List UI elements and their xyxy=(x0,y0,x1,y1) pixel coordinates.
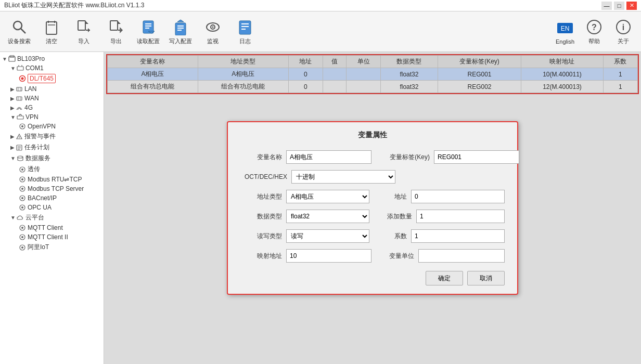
maximize-button[interactable]: □ xyxy=(614,2,624,10)
data-service-label: 数据服务 xyxy=(25,154,50,163)
map-addr-label: 映射地址 xyxy=(240,252,282,261)
cloud-label: 云平台 xyxy=(25,213,44,222)
oct-dec-hex-select[interactable]: 十进制 八进制 十六进制 xyxy=(291,170,395,184)
bl103pro-expand-icon[interactable]: ▼ xyxy=(2,56,7,62)
map-addr-input[interactable] xyxy=(286,249,371,263)
svg-marker-24 xyxy=(177,20,184,22)
lan-label: LAN xyxy=(24,85,36,93)
sidebar-item-4g[interactable]: ▶ 4G xyxy=(0,103,104,112)
import-icon xyxy=(74,18,93,36)
openvpn-icon xyxy=(19,123,26,130)
svg-point-60 xyxy=(18,156,23,158)
svg-rect-10 xyxy=(110,21,118,30)
help-icon: ? xyxy=(585,18,604,36)
addr-type-select[interactable]: A相电压 xyxy=(286,190,369,203)
sidebar-item-vpn[interactable]: ▼ VPN xyxy=(0,112,104,122)
vpn-expand-icon[interactable]: ▼ xyxy=(10,114,16,120)
sidebar-item-mqtt-client[interactable]: MQTT Client xyxy=(0,223,104,232)
toolbar-english[interactable]: EN English xyxy=(552,14,579,49)
sidebar-item-task[interactable]: ▶ 任务计划 xyxy=(0,142,104,153)
sidebar-item-wan[interactable]: ▶ WAN xyxy=(0,94,104,103)
toolbar-right: EN English ? 帮助 i 关于 xyxy=(552,14,637,49)
4g-icon xyxy=(16,104,23,111)
svg-point-76 xyxy=(21,246,23,249)
var-key-label: 变量标签(Key) xyxy=(378,153,430,162)
sidebar-item-opc-ua[interactable]: OPC UA xyxy=(0,203,104,212)
addr-input[interactable] xyxy=(411,190,505,203)
sidebar-item-com1[interactable]: ▼ COM1 xyxy=(0,63,104,73)
toolbar-log[interactable]: 日志 xyxy=(230,14,260,49)
sidebar-item-modbus-tcp-server[interactable]: Modbus TCP Server xyxy=(0,184,104,193)
clear-icon xyxy=(42,18,61,36)
sidebar-item-lan[interactable]: ▶ LAN xyxy=(0,84,104,94)
toolbar-read-config[interactable]: 读取配置 xyxy=(133,14,163,49)
cloud-expand-icon[interactable]: ▼ xyxy=(10,215,16,220)
english-icon: EN xyxy=(556,19,574,37)
svg-point-53 xyxy=(21,125,23,127)
dialog-col-add-count: 添加数量 xyxy=(376,210,505,223)
svg-point-74 xyxy=(21,236,23,238)
toolbar-monitor[interactable]: 监视 xyxy=(198,14,228,49)
var-name-input[interactable] xyxy=(286,150,371,164)
svg-point-70 xyxy=(21,206,23,209)
sidebar-item-transparent[interactable]: 透传 xyxy=(0,164,104,175)
wan-icon xyxy=(16,95,23,102)
toolbar-write-config[interactable]: 写入配置 xyxy=(165,14,196,49)
rw-type-label: 读写类型 xyxy=(240,232,282,241)
task-expand-icon[interactable]: ▶ xyxy=(10,145,15,150)
dialog-col-addr: 地址 xyxy=(376,190,505,203)
svg-rect-6 xyxy=(78,21,85,30)
write-config-icon xyxy=(171,18,190,36)
coef-input[interactable] xyxy=(411,229,505,243)
bacnet-ip-label: BACnet/IP xyxy=(28,194,57,202)
toolbar-import[interactable]: 导入 xyxy=(69,14,99,49)
wan-expand-icon[interactable]: ▶ xyxy=(10,96,15,101)
cancel-button[interactable]: 取消 xyxy=(467,271,505,285)
sidebar-item-aliyun-iot[interactable]: 阿里IoT xyxy=(0,242,104,253)
4g-label: 4G xyxy=(24,104,33,111)
sidebar-item-data-service[interactable]: ▼ 数据服务 xyxy=(0,153,104,164)
toolbar-clear[interactable]: 清空 xyxy=(36,14,67,49)
write-config-label: 写入配置 xyxy=(169,37,192,45)
dialog-overlay: 变量属性 变量名称 变量标签(Key) OCT/DEC/HEX xyxy=(104,52,641,364)
toolbar-help[interactable]: ? 帮助 xyxy=(581,14,608,49)
rw-type-select[interactable]: 读写 只读 只写 xyxy=(286,229,369,243)
aliyun-iot-label: 阿里IoT xyxy=(28,243,49,252)
data-service-expand-icon[interactable]: ▼ xyxy=(10,155,16,161)
add-count-input[interactable] xyxy=(416,210,505,223)
var-key-input[interactable] xyxy=(434,150,519,164)
svg-point-72 xyxy=(21,227,23,229)
sidebar-item-mqtt-client-ii[interactable]: MQTT Client II xyxy=(0,232,104,242)
toolbar-device-search[interactable]: 设备搜索 xyxy=(4,14,34,49)
dialog-col-rw-type: 读写类型 读写 只读 只写 xyxy=(240,229,369,243)
svg-rect-20 xyxy=(175,23,186,35)
close-button[interactable]: ✕ xyxy=(626,2,637,10)
var-unit-input[interactable] xyxy=(418,249,505,263)
sidebar-item-alert[interactable]: ▶ 报警与事件 xyxy=(0,131,104,142)
content-area: 变量名称 地址类型 地址 值 单位 数据类型 变量标签(Key) 映射地址 系数… xyxy=(104,52,641,364)
sidebar-item-dl-t645[interactable]: DL/T645 xyxy=(0,73,104,84)
mqtt-client-ii-label: MQTT Client II xyxy=(28,233,68,241)
help-label: 帮助 xyxy=(588,37,600,45)
sidebar-item-cloud[interactable]: ▼ 云平台 xyxy=(0,212,104,223)
data-type-select[interactable]: float32 int16 uint16 int32 uint32 xyxy=(286,210,369,223)
sidebar-item-bl103pro[interactable]: ▼ BL103Pro xyxy=(0,54,104,63)
sidebar: ▼ BL103Pro ▼ COM1 DL/T645 ▶ LAN ▶ WAN xyxy=(0,52,104,364)
sidebar-item-modbus-rtu-tcp[interactable]: Modbus RTU⇌TCP xyxy=(0,175,104,184)
svg-marker-9 xyxy=(88,28,90,32)
4g-expand-icon[interactable]: ▶ xyxy=(10,105,15,111)
sidebar-item-bacnet-ip[interactable]: BACnet/IP xyxy=(0,193,104,203)
com1-expand-icon[interactable]: ▼ xyxy=(10,66,16,71)
confirm-button[interactable]: 确定 xyxy=(426,271,463,285)
dialog-row-4: 数据类型 float32 int16 uint16 int32 uint32 添… xyxy=(240,210,505,223)
sidebar-item-openvpn[interactable]: OpenVPN xyxy=(0,122,104,131)
toolbar-about[interactable]: i 关于 xyxy=(610,14,637,49)
toolbar-export[interactable]: 导出 xyxy=(101,14,131,49)
lan-expand-icon[interactable]: ▶ xyxy=(10,86,15,92)
modbus-tcp-server-icon xyxy=(19,185,26,192)
minimize-button[interactable]: — xyxy=(601,2,612,10)
import-label: 导入 xyxy=(78,37,89,45)
com1-label: COM1 xyxy=(25,64,44,72)
alert-expand-icon[interactable]: ▶ xyxy=(10,134,15,139)
svg-rect-45 xyxy=(17,87,22,91)
